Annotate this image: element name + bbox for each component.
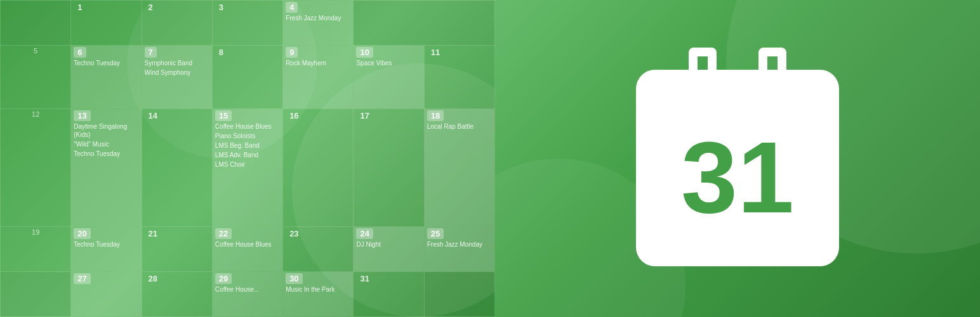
calendar-icon-date: 31 — [681, 127, 794, 228]
calendar-section: 1 2 3 4 Fresh Jazz Monday 5 — [0, 0, 495, 317]
day-29-cell: 29 Coffee House... — [212, 271, 282, 316]
calendar-grid: 1 2 3 4 Fresh Jazz Monday 5 — [0, 0, 495, 317]
empty-cell-3 — [1, 271, 71, 316]
date-11: 11 — [427, 47, 444, 58]
date-3: 3 — [215, 2, 227, 13]
date-24: 24 — [356, 228, 373, 239]
date-7: 7 — [145, 47, 157, 58]
week-12: 12 — [1, 108, 71, 226]
day-30-cell: 30 Music In the Park — [283, 271, 354, 316]
event-music-in-the-park: Music In the Park — [286, 285, 350, 294]
calendar-icon-body: 31 — [636, 70, 839, 266]
date-2: 2 — [145, 2, 157, 13]
event-local-rap-battle: Local Rap Battle — [427, 122, 492, 131]
event-coffee-house-3: Coffee House... — [215, 285, 280, 294]
date-15: 15 — [215, 110, 232, 121]
day-17-cell: 17 — [354, 108, 424, 226]
day-16-cell: 16 — [283, 108, 354, 226]
day-27-cell: 27 — [71, 271, 142, 316]
date-22: 22 — [215, 228, 232, 239]
day-6-cell: 6 Techno Tuesday — [71, 46, 142, 109]
day-8-cell: 8 — [212, 46, 282, 109]
event-lms-choir: LMS Choir — [215, 160, 280, 169]
day-31-cell: 31 — [354, 271, 424, 316]
day-28-cell: 28 — [142, 271, 212, 316]
date-6: 6 — [74, 47, 86, 58]
icon-section: 31 — [495, 0, 980, 317]
empty-cell-4 — [424, 271, 494, 316]
event-techno-tuesday-3: Techno Tuesday — [74, 240, 138, 249]
date-18: 18 — [427, 110, 444, 121]
event-coffee-house-blues-2: Coffee House Blues — [215, 240, 280, 249]
day-25-cell: 25 Fresh Jazz Monday — [424, 226, 494, 271]
date-16: 16 — [286, 110, 302, 121]
date-28: 28 — [145, 273, 161, 284]
event-piano-soloists: Piano Soloists — [215, 132, 280, 140]
day-18-cell: 18 Local Rap Battle — [424, 108, 494, 226]
date-27: 27 — [74, 273, 90, 284]
day-2-cell: 2 — [142, 1, 212, 46]
day-14-cell: 14 — [142, 108, 212, 226]
date-20: 20 — [74, 228, 90, 239]
event-dj-night: DJ Night — [356, 240, 421, 249]
event-fresh-jazz-monday-2: Fresh Jazz Monday — [427, 240, 492, 249]
day-15-cell: 15 Coffee House Blues Piano Soloists LMS… — [212, 108, 282, 226]
calendar-icon: 31 — [636, 51, 839, 266]
day-13-cell: 13 Daytime Singalong (Kids) "Wild" Music… — [71, 108, 142, 226]
event-techno-tuesday-2: Techno Tuesday — [74, 150, 138, 158]
event-rock-mayhem: Rock Mayhem — [286, 59, 350, 67]
date-17: 17 — [356, 110, 373, 121]
event-lms-beg-band: LMS Beg. Band — [215, 141, 280, 150]
event-wind-symphony: Wind Symphony — [145, 68, 209, 77]
event-techno-tuesday-1: Techno Tuesday — [74, 59, 138, 67]
day-22-cell: 22 Coffee House Blues — [212, 226, 282, 271]
date-29: 29 — [215, 273, 232, 284]
calendar-table: 1 2 3 4 Fresh Jazz Monday 5 — [0, 0, 495, 317]
empty-cell — [1, 1, 71, 46]
week-5: 5 — [1, 46, 71, 109]
day-21-cell: 21 — [142, 226, 212, 271]
event-symphonic-band: Symphonic Band — [145, 59, 209, 67]
day-1-cell: 1 — [71, 1, 142, 46]
day-10-cell: 10 Space Vibes — [354, 46, 424, 109]
event-lms-adv-band: LMS Adv. Band — [215, 151, 280, 159]
date-21: 21 — [145, 228, 161, 239]
event-daytime-singalong: Daytime Singalong (Kids) — [74, 122, 138, 139]
date-14: 14 — [145, 110, 161, 121]
day-9-cell: 9 Rock Mayhem — [283, 46, 354, 109]
date-4: 4 — [286, 2, 298, 13]
event-wild-music: "Wild" Music — [74, 140, 138, 148]
day-3-cell: 3 — [212, 1, 282, 46]
date-31: 31 — [356, 273, 373, 284]
date-25: 25 — [427, 228, 444, 239]
week-19: 19 — [1, 226, 71, 271]
date-9: 9 — [286, 47, 298, 58]
day-11-cell: 11 — [424, 46, 494, 109]
event-space-vibes: Space Vibes — [356, 59, 421, 67]
date-30: 30 — [286, 273, 302, 284]
date-1: 1 — [74, 2, 86, 13]
event-coffee-house-blues-1: Coffee House Blues — [215, 122, 280, 131]
event-fresh-jazz-monday-1: Fresh Jazz Monday — [286, 14, 350, 22]
date-8: 8 — [215, 47, 227, 58]
day-7-cell: 7 Symphonic Band Wind Symphony — [142, 46, 212, 109]
empty-cell-2 — [354, 1, 495, 46]
date-13: 13 — [74, 110, 90, 121]
day-23-cell: 23 — [283, 226, 354, 271]
date-10: 10 — [356, 47, 373, 58]
day-24-cell: 24 DJ Night — [354, 226, 424, 271]
day-4-cell: 4 Fresh Jazz Monday — [283, 1, 354, 46]
date-23: 23 — [286, 228, 302, 239]
day-20-cell: 20 Techno Tuesday — [71, 226, 142, 271]
